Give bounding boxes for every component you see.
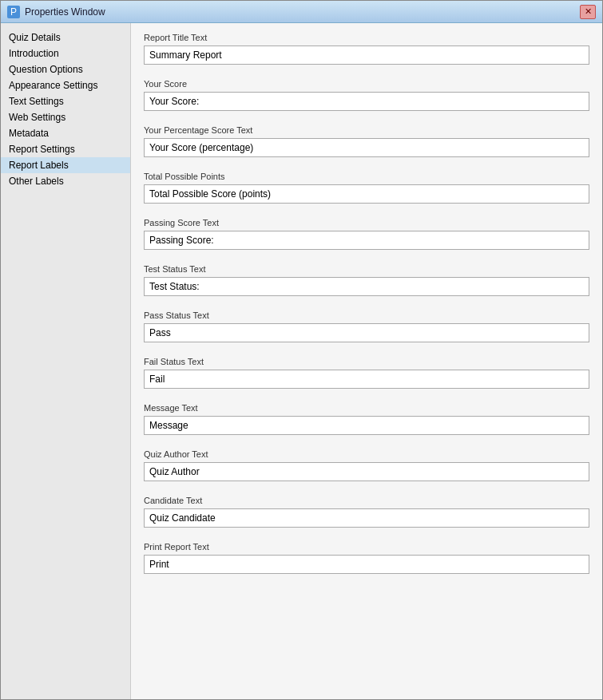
field-label-print-report-text: Print Report Text [144, 542, 589, 552]
field-group-print-report-text: Print Report Text [144, 542, 589, 574]
field-group-quiz-author-text: Quiz Author Text [144, 449, 589, 481]
sidebar-item-appearance-settings[interactable]: Appearance Settings [1, 77, 130, 93]
field-group-pass-status-text: Pass Status Text [144, 310, 589, 342]
field-input-passing-score-text[interactable] [144, 231, 589, 250]
field-input-report-title-text[interactable] [144, 45, 589, 65]
sidebar: Quiz DetailsIntroductionQuestion Options… [1, 23, 131, 699]
field-input-fail-status-text[interactable] [144, 370, 589, 389]
field-label-test-status-text: Test Status Text [144, 264, 589, 274]
field-label-fail-status-text: Fail Status Text [144, 357, 589, 366]
field-input-your-score[interactable] [144, 92, 589, 111]
main-content: Report Title TextYour ScoreYour Percenta… [131, 23, 602, 699]
field-label-quiz-author-text: Quiz Author Text [144, 449, 589, 459]
sidebar-item-text-settings[interactable]: Text Settings [1, 93, 130, 109]
properties-window: P Properties Window ✕ Quiz DetailsIntrod… [0, 0, 603, 700]
field-group-total-possible-points: Total Possible Points [144, 172, 589, 204]
window-title: Properties Window [25, 6, 580, 18]
sidebar-item-question-options[interactable]: Question Options [1, 61, 130, 77]
title-bar: P Properties Window ✕ [1, 1, 602, 23]
field-group-your-score: Your Score [144, 79, 589, 111]
field-label-passing-score-text: Passing Score Text [144, 218, 589, 227]
field-group-your-percentage-score-text: Your Percentage Score Text [144, 125, 589, 157]
field-label-your-percentage-score-text: Your Percentage Score Text [144, 125, 589, 135]
window-body: Quiz DetailsIntroductionQuestion Options… [1, 23, 602, 699]
field-label-message-text: Message Text [144, 403, 589, 413]
field-group-candidate-text: Candidate Text [144, 496, 589, 528]
sidebar-item-other-labels[interactable]: Other Labels [1, 173, 130, 189]
sidebar-item-report-labels[interactable]: Report Labels [1, 157, 130, 173]
close-button[interactable]: ✕ [580, 5, 596, 19]
sidebar-item-introduction[interactable]: Introduction [1, 45, 130, 61]
field-input-total-possible-points[interactable] [144, 184, 589, 204]
sidebar-item-report-settings[interactable]: Report Settings [1, 141, 130, 157]
field-input-test-status-text[interactable] [144, 277, 589, 296]
field-group-fail-status-text: Fail Status Text [144, 357, 589, 389]
field-group-passing-score-text: Passing Score Text [144, 218, 589, 250]
sidebar-item-metadata[interactable]: Metadata [1, 125, 130, 141]
field-label-total-possible-points: Total Possible Points [144, 172, 589, 181]
field-label-candidate-text: Candidate Text [144, 496, 589, 505]
sidebar-item-quiz-details[interactable]: Quiz Details [1, 30, 130, 45]
field-group-message-text: Message Text [144, 403, 589, 435]
field-input-candidate-text[interactable] [144, 508, 589, 528]
field-input-your-percentage-score-text[interactable] [144, 138, 589, 157]
field-input-message-text[interactable] [144, 416, 589, 435]
field-label-your-score: Your Score [144, 79, 589, 89]
field-input-print-report-text[interactable] [144, 555, 589, 574]
field-label-pass-status-text: Pass Status Text [144, 310, 589, 320]
window-icon: P [7, 6, 20, 18]
sidebar-item-web-settings[interactable]: Web Settings [1, 109, 130, 125]
field-label-report-title-text: Report Title Text [144, 33, 589, 42]
scroll-area[interactable]: Report Title TextYour ScoreYour Percenta… [131, 23, 602, 699]
field-input-quiz-author-text[interactable] [144, 462, 589, 481]
field-input-pass-status-text[interactable] [144, 323, 589, 342]
field-group-test-status-text: Test Status Text [144, 264, 589, 296]
field-group-report-title-text: Report Title Text [144, 33, 589, 65]
